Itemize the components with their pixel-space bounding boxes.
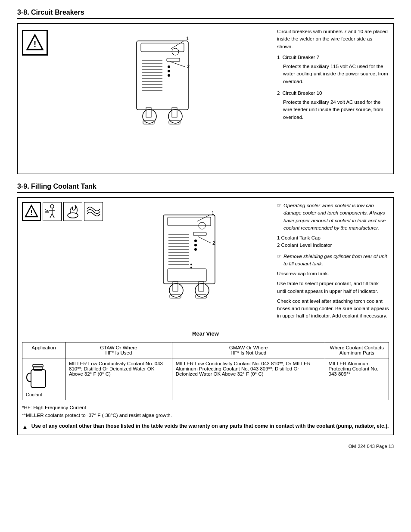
item39-2-label: 2 [277, 243, 280, 248]
fill-text: Use table to select proper coolant, and … [277, 280, 389, 295]
col3-value: MILLER Low Conductivity Coolant No. 043 … [172, 358, 325, 400]
item2-label: 2 [277, 90, 280, 97]
item2-name: Circuit Breaker 10 [282, 90, 322, 97]
svg-text:!: ! [30, 209, 32, 216]
footnote1: *HF: High Frequency Current [22, 404, 389, 411]
svg-point-19 [168, 74, 170, 77]
item1-row: 1 Circuit Breaker 7 [277, 54, 389, 61]
svg-point-56 [194, 240, 197, 242]
col1-header: Application [22, 342, 65, 358]
svg-line-26 [171, 41, 184, 49]
svg-rect-22 [146, 108, 151, 117]
page-number: OM-224 043 Page 13 [17, 444, 394, 449]
unscrew-text: Unscrew cap from tank. [277, 270, 389, 277]
machine-diagram-38: 1 2 [52, 28, 273, 153]
svg-text:1: 1 [212, 210, 214, 215]
svg-line-38 [45, 211, 49, 212]
svg-point-40 [68, 213, 78, 218]
pictogram-wave [84, 202, 103, 221]
svg-rect-65 [199, 282, 204, 291]
item2-row: 2 Circuit Breaker 10 [277, 90, 389, 97]
item39-1-row: 1 Coolant Tank Cap [277, 234, 389, 242]
footnote2: **MILLER coolants protect to -37° F (-38… [22, 411, 389, 419]
warning-icon-38: ! [22, 30, 48, 56]
section-39-title: 3-9. Filling Coolant Tank [17, 183, 394, 193]
section-38-content-right: Circuit breakers with numbers 7 and 10 a… [277, 28, 389, 169]
note1: Operating cooler when coolant is low can… [277, 202, 389, 232]
svg-line-70 [198, 236, 211, 243]
warning-bold-text: Use of any coolant other than those list… [31, 423, 389, 429]
machine-svg-38: 1 2 [119, 28, 206, 153]
col4-header: Where Coolant ContactsAluminum Parts [325, 342, 389, 358]
svg-point-59 [190, 264, 192, 265]
col2-value: MILLER Low Conductivity Coolant No. 043 … [65, 358, 172, 400]
svg-text:2: 2 [212, 240, 215, 246]
svg-line-37 [45, 209, 49, 211]
svg-point-32 [50, 205, 54, 208]
col2-header: GTAW Or WhereHF* Is Used [65, 342, 172, 358]
svg-point-57 [194, 244, 197, 246]
coolant-jug-icon [26, 361, 50, 391]
section-39-right: Operating cooler when coolant is low can… [277, 202, 389, 327]
item39-2-row: 2 Coolant Level Indicator [277, 242, 389, 249]
section-38: 3-8. Circuit Breakers ! [17, 9, 394, 174]
coolant-table: Application GTAW Or WhereHF* Is Used GMA… [22, 342, 389, 400]
pictogram-person [43, 202, 62, 221]
svg-text:!: ! [34, 39, 37, 49]
item39-1-name: Coolant Tank Cap [281, 235, 321, 240]
icons-row: ! [22, 202, 103, 221]
warning-bold: ▲ Use of any coolant other than those li… [22, 423, 389, 430]
section-38-title: 3-8. Circuit Breakers [17, 9, 394, 19]
item1-name: Circuit Breaker 7 [282, 54, 319, 61]
svg-rect-64 [173, 282, 178, 291]
machine-diagram-39: 1 2 [106, 202, 273, 327]
item1-label: 1 [277, 54, 280, 61]
rear-view-label: Rear View [22, 330, 389, 337]
section-39-left: ! [22, 202, 273, 327]
svg-rect-3 [141, 43, 184, 52]
svg-text:1: 1 [186, 36, 189, 41]
section-39-top: ! [22, 202, 389, 327]
coolant-label: Coolant [26, 392, 62, 397]
svg-point-58 [194, 248, 197, 251]
section-38-content-left: ! [22, 28, 273, 169]
svg-line-36 [52, 214, 54, 218]
item1-desc: Protects the auxiliary 115 volt AC used … [283, 63, 389, 85]
coolant-icon-cell: Coolant [22, 358, 65, 400]
item39-2-name: Coolant Level Indicator [281, 243, 332, 248]
section-39-box: ! [17, 197, 394, 435]
footnotes: *HF: High Frequency Current **MILLER coo… [22, 404, 389, 420]
svg-rect-72 [31, 370, 46, 388]
item2-desc: Protects the auxiliary 24 volt AC used f… [283, 99, 389, 121]
svg-point-17 [168, 65, 170, 68]
svg-rect-61 [168, 269, 206, 282]
svg-text:2: 2 [187, 64, 190, 69]
check-text: Check coolant level after attaching torc… [277, 298, 389, 320]
svg-rect-55 [193, 232, 206, 236]
machine-svg-39: 1 2 [146, 202, 232, 327]
col3-header: GMAW Or WhereHF* Is Not Used [172, 342, 325, 358]
item39-1-label: 1 [277, 235, 280, 240]
warning-triangle-icon: ▲ [22, 423, 28, 430]
section-39: 3-9. Filling Coolant Tank ! [17, 183, 394, 435]
pictogram-hazard [63, 202, 82, 221]
svg-line-28 [170, 62, 185, 67]
icon-row-inner: ! [22, 202, 103, 221]
section-38-description: Circuit breakers with numbers 7 and 10 a… [277, 28, 389, 50]
svg-point-18 [168, 70, 170, 72]
col4-value: MILLER Aluminum Protecting Coolant No. 0… [325, 358, 389, 400]
svg-line-35 [50, 214, 52, 218]
warning-icon-39: ! [22, 202, 41, 221]
svg-rect-23 [172, 108, 177, 117]
svg-rect-42 [168, 217, 211, 226]
svg-rect-74 [33, 364, 43, 367]
svg-point-60 [190, 267, 192, 268]
svg-line-68 [197, 215, 210, 221]
section-38-box: ! [17, 23, 394, 174]
note2: Remove shielding gas cylinder from rear … [277, 253, 389, 268]
svg-rect-16 [167, 58, 180, 62]
